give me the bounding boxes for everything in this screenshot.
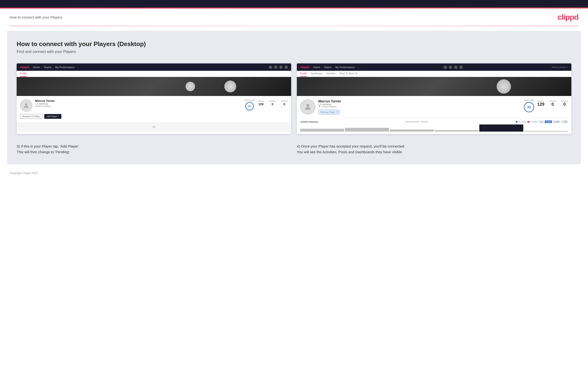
stat-followers-right: Followers 0 <box>549 100 556 107</box>
hero-circle2-left <box>224 81 236 92</box>
desc-text-right: 4) Once your Player has accepted your re… <box>297 143 571 155</box>
screenshot-right: clippd Home Teams My Performance Marcus … <box>297 63 571 134</box>
off-course-label: Off course <box>530 121 538 123</box>
following-value-right: 0 <box>563 102 566 107</box>
stat-activities-left: Activities 129 <box>258 100 264 106</box>
stat-following-left: Following 0 <box>281 100 288 106</box>
mock-nav-performance-right: My Performance <box>335 66 355 69</box>
tab-activities-right[interactable]: Activities <box>326 72 335 77</box>
activity-period: Monthly Activity · 6 Months <box>406 121 428 123</box>
bar-5 <box>479 125 523 132</box>
filter-1yr[interactable]: 1 yr <box>539 120 544 123</box>
search-icon-right <box>444 66 447 69</box>
quality-label-right: Player Quality <box>524 99 535 101</box>
remove-x-icon: ✕ <box>336 111 338 113</box>
activity-title: Activity Summary <box>300 121 318 123</box>
mock-hero-left <box>17 77 291 96</box>
hero-circle-right <box>497 79 511 94</box>
quality-wrap-right: Player Quality 92 <box>524 99 534 112</box>
mock-profile-right: Marcus Turner 1-5 Handicap 📍 United King… <box>297 96 571 118</box>
mock-nav-icons-left <box>269 66 288 69</box>
mock-logo-right: clippd <box>300 65 309 69</box>
user-icon-left <box>274 66 277 69</box>
profile-info-left: Marcus Turner 1-5 Handicap United Kingdo… <box>35 99 242 107</box>
svg-point-1 <box>306 104 309 107</box>
remove-player-btn[interactable]: Remove Player ✕ <box>318 110 340 114</box>
page-heading: How to connect with your Players (Deskto… <box>17 40 571 48</box>
add-player-btn[interactable]: Add Player + <box>44 114 61 119</box>
avatar-left <box>20 99 32 112</box>
user-name-nav: Marcus Turner <box>552 66 566 68</box>
request-follow-btn[interactable]: Request to Follow <box>20 114 42 119</box>
page-subheading: Find and connect with your Players <box>17 50 571 54</box>
followers-label-left: Followers <box>269 100 276 102</box>
bar-2 <box>345 128 389 132</box>
main-content: How to connect with your Players (Deskto… <box>7 31 581 164</box>
search-icon-left <box>269 66 272 69</box>
activities-value-left: 129 <box>258 102 264 106</box>
quality-circle-right: 92 <box>524 102 534 112</box>
following-label-left: Following <box>281 100 288 102</box>
activities-label-right: Activities <box>537 100 544 102</box>
on-course-label: On course <box>519 121 526 123</box>
mock-hero-right <box>297 77 571 96</box>
quality-wrap-left: Player Quality 92 <box>244 99 255 110</box>
followers-label-right: Followers <box>549 100 556 102</box>
followers-value-right: 0 <box>551 102 554 107</box>
stat-followers-left: Followers 0 <box>269 100 276 106</box>
bar-1 <box>300 129 344 132</box>
bar-4 <box>435 130 479 132</box>
filter-3mths[interactable]: 3 mths <box>553 120 560 123</box>
tab-what-to-work-on-right[interactable]: What To Work On <box>339 72 358 77</box>
player-name-right: Marcus Turner <box>318 99 521 103</box>
profile-info-right: Marcus Turner 1-5 Handicap 📍 United King… <box>318 99 521 114</box>
footer: Copyright Clippd 2022 <box>0 169 588 177</box>
filter-1mth[interactable]: 1 mth <box>561 120 568 123</box>
mock-nav-performance-left: My Performance <box>55 66 74 69</box>
avatar-icon-svg-right <box>303 103 312 111</box>
mock-profile-row-left: Marcus Turner 1-5 Handicap United Kingdo… <box>20 99 288 112</box>
mock-nav-left: clippd Home Teams My Performance <box>17 63 291 71</box>
bar-6 <box>524 131 568 132</box>
mock-tabs-right: Profile Dashboard Activities What To Wor… <box>297 71 571 77</box>
mock-nav-icons-right <box>444 66 463 69</box>
avatar-icon-left <box>285 66 288 69</box>
dropdown-arrow: ▼ <box>566 66 568 68</box>
user-icon-right <box>449 66 452 69</box>
handicap-right: 1-5 Handicap <box>318 103 521 106</box>
mock-logo-left: clippd <box>20 65 29 69</box>
settings-icon-right <box>454 66 458 69</box>
stats-left: Activities 129 Followers 0 Following 0 <box>258 100 288 106</box>
avatar-icon-right <box>459 66 463 69</box>
bar-3 <box>390 129 434 132</box>
avatar-right <box>300 99 315 115</box>
mock-buttons-left: Request to Follow Add Player + <box>20 114 288 119</box>
quality-circle-left: 92 <box>245 102 254 110</box>
stat-activities-right: Activities 129 <box>537 100 544 107</box>
mock-nav-right: clippd Home Teams My Performance Marcus … <box>297 63 571 71</box>
activity-header: Activity Summary Monthly Activity · 6 Mo… <box>300 120 568 123</box>
off-course-dot <box>527 121 529 123</box>
copyright-text: Copyright Clippd 2022 <box>9 172 38 175</box>
activities-value-right: 129 <box>537 102 544 107</box>
tab-profile-right[interactable]: Profile <box>300 72 307 77</box>
player-name-left: Marcus Turner <box>35 99 242 103</box>
mock-bottom-left: ✂ <box>17 122 291 132</box>
stat-following-right: Following 0 <box>561 100 568 107</box>
handicap-left: 1-5 Handicap <box>35 103 242 105</box>
mock-profile-row-right: Marcus Turner 1-5 Handicap 📍 United King… <box>300 99 568 115</box>
chart-bars <box>300 125 568 132</box>
descriptions-row: 3) If this is your Player tap, 'Add Play… <box>17 142 571 155</box>
mock-nav-home-left: Home <box>33 66 40 69</box>
filter-6mths[interactable]: 6 mths <box>545 120 552 123</box>
desc-text-left: 3) If this is your Player tap, 'Add Play… <box>17 143 291 155</box>
desc-right: 4) Once your Player has accepted your re… <box>297 142 571 155</box>
mock-tabs-left: Profile <box>17 71 291 77</box>
activity-filters: On course Off course 1 yr 6 mths 3 mths … <box>516 120 568 123</box>
header-divider <box>9 26 579 26</box>
tab-profile-left[interactable]: Profile <box>20 72 27 77</box>
quality-label-left: Player Quality <box>244 99 255 101</box>
tab-dashboard-right[interactable]: Dashboard <box>311 72 322 77</box>
country-right: 📍 United Kingdom <box>318 106 521 108</box>
following-value-left: 0 <box>284 102 285 106</box>
